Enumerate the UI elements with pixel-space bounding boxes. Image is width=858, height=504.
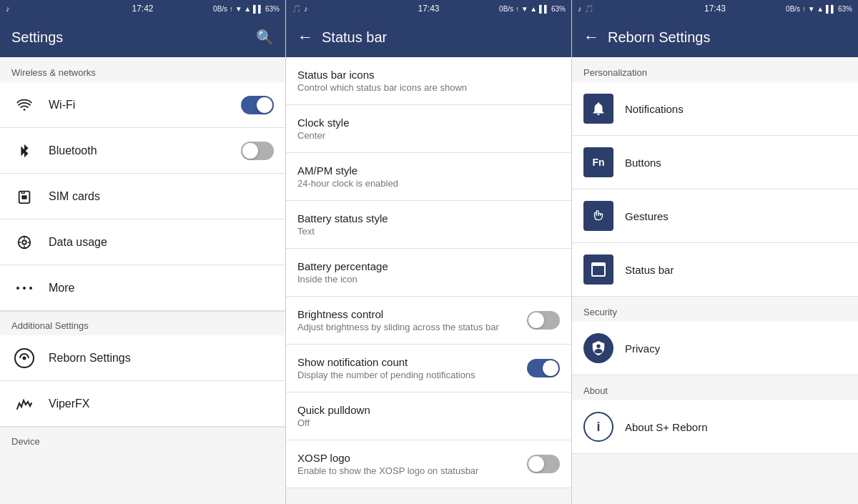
additional-section-label: Additional Settings: [0, 311, 285, 335]
settings-item-xosplogo[interactable]: XOSP logo Enable to show the XOSP logo o…: [286, 440, 571, 488]
reborn-item-privacy[interactable]: Privacy: [572, 322, 858, 375]
status-bar-right: ♪ 🎵 17:43 0B/s ↑ ▼ ▲ ▌▌ 63%: [572, 0, 858, 17]
statusbar-header: ← Status bar: [286, 17, 571, 57]
settings-item-notificationcount[interactable]: Show notification count Display the numb…: [286, 345, 571, 392]
notificationcount-content: Show notification count Display the numb…: [297, 356, 527, 380]
more-icon: [11, 285, 37, 291]
reborn-content: Reborn Settings: [49, 352, 274, 365]
settings-panel: ♪ 17:42 0B/s ↑ ▼ ▲ ▌▌ 63% Settings 🔍 Wir…: [0, 0, 286, 504]
settings-item-brightnesscontrol[interactable]: Brightness control Adjust brightness by …: [286, 297, 571, 345]
more-content: More: [49, 282, 274, 295]
status-bar-left-icons: ♪: [6, 4, 10, 13]
bluetooth-toggle[interactable]: [241, 142, 274, 160]
search-icon[interactable]: 🔍: [256, 29, 274, 46]
statusbar-rect-icon: [583, 255, 613, 285]
xosplogo-title: XOSP logo: [297, 452, 527, 464]
statusbaricons-subtitle: Control which status bar icons are shown: [297, 82, 560, 93]
list-item-datausage[interactable]: Data usage: [0, 219, 285, 265]
list-item-more[interactable]: More: [0, 265, 285, 311]
back-icon-middle[interactable]: ←: [297, 28, 313, 46]
list-item-reborn[interactable]: Reborn Settings: [0, 335, 285, 381]
bluetooth-title: Bluetooth: [49, 144, 232, 157]
gestures-title: Gestures: [625, 210, 669, 222]
reborn-item-gestures[interactable]: Gestures: [572, 189, 858, 243]
reborn-item-buttons[interactable]: Fn Buttons: [572, 136, 858, 189]
reborn-content: Personalization Notifications Fn Buttons…: [572, 57, 858, 504]
notifications-title: Notifications: [625, 103, 684, 115]
wifi-toggle-switch[interactable]: [241, 96, 274, 114]
statusbaricons-content: Status bar icons Control which status ba…: [297, 69, 560, 93]
brightnesscontrol-toggle[interactable]: [527, 311, 560, 330]
personalization-label: Personalization: [572, 57, 858, 82]
bluetooth-icon: [11, 143, 37, 159]
status-bar-left-icons-right: ♪ 🎵: [578, 4, 594, 14]
svg-point-5: [23, 287, 26, 290]
music-icon-middle: 🎵 ♪: [292, 4, 308, 14]
privacy-icon: [583, 333, 613, 363]
about-title: About S+ Reborn: [625, 421, 708, 433]
settings-item-batterystatusstyle[interactable]: Battery status style Text: [286, 201, 571, 249]
settings-item-ampmstyle[interactable]: AM/PM style 24-hour clock is enabled: [286, 153, 571, 201]
wifi-content: Wi-Fi: [49, 99, 232, 112]
status-bar-right-icons-left: 0B/s ↑ ▼ ▲ ▌▌ 63%: [213, 5, 280, 13]
settings-header: Settings 🔍: [0, 17, 285, 57]
status-bar-middle: 🎵 ♪ 17:43 0B/s ↑ ▼ ▲ ▌▌ 63%: [286, 0, 571, 17]
batterystatusstyle-title: Battery status style: [297, 212, 560, 224]
clockstyle-title: Clock style: [297, 117, 560, 129]
xosplogo-toggle-thumb: [528, 456, 544, 472]
viperfx-title: ViperFX: [49, 397, 274, 410]
music-icon: ♪: [6, 4, 10, 13]
reborn-item-statusbar[interactable]: Status bar: [572, 243, 858, 297]
svg-rect-1: [21, 195, 26, 199]
wifi-title: Wi-Fi: [49, 99, 232, 112]
quickpulldown-subtitle: Off: [297, 417, 560, 428]
batterystatusstyle-subtitle: Text: [297, 226, 560, 237]
notificationcount-title: Show notification count: [297, 356, 527, 368]
brightnesscontrol-subtitle: Adjust brightness by sliding across the …: [297, 322, 527, 332]
statusbar-nav-title: Status bar: [625, 264, 674, 276]
signal-icons-middle: 0B/s ↑ ▼ ▲ ▌▌ 63%: [499, 5, 566, 13]
list-item-wifi[interactable]: Wi-Fi: [0, 82, 285, 128]
wifi-icon: [11, 99, 37, 112]
ampmstyle-title: AM/PM style: [297, 164, 560, 177]
reborn-item-about[interactable]: i About S+ Reborn: [572, 400, 858, 454]
clockstyle-content: Clock style Center: [297, 117, 560, 141]
privacy-title: Privacy: [625, 342, 660, 355]
quickpulldown-title: Quick pulldown: [297, 404, 560, 416]
security-label: Security: [572, 297, 858, 322]
datausage-content: Data usage: [49, 236, 274, 249]
gesture-icon: [583, 201, 613, 231]
bluetooth-content: Bluetooth: [49, 144, 232, 157]
back-icon-right[interactable]: ←: [583, 28, 599, 46]
list-item-viperfx[interactable]: ViperFX: [0, 381, 285, 427]
batterypercentage-title: Battery percentage: [297, 260, 560, 272]
music-icon-right: ♪ 🎵: [578, 4, 594, 14]
batterypercentage-subtitle: Inside the icon: [297, 274, 560, 285]
brightnesscontrol-toggle-thumb: [528, 312, 544, 328]
svg-point-8: [23, 356, 26, 360]
reborn-item-notifications[interactable]: Notifications: [572, 82, 858, 136]
bluetooth-toggle-switch[interactable]: [241, 142, 274, 160]
notificationcount-subtitle: Display the number of pending notificati…: [297, 370, 527, 380]
xosplogo-subtitle: Enable to show the XOSP logo on statusba…: [297, 465, 527, 476]
wifi-toggle[interactable]: [241, 96, 274, 114]
statusbar-content: Status bar icons Control which status ba…: [286, 57, 571, 504]
status-bar-time-left: 17:42: [132, 4, 153, 14]
settings-item-quickpulldown[interactable]: Quick pulldown Off: [286, 392, 571, 440]
reborn-icon: [11, 348, 37, 368]
list-item-simcards[interactable]: SIM cards: [0, 174, 285, 219]
info-icon: i: [583, 412, 613, 442]
bluetooth-toggle-thumb: [242, 143, 258, 159]
notificationcount-toggle[interactable]: [527, 359, 560, 377]
settings-item-statusbaricons[interactable]: Status bar icons Control which status ba…: [286, 57, 571, 105]
batterystatusstyle-content: Battery status style Text: [297, 212, 560, 237]
settings-item-clockstyle[interactable]: Clock style Center: [286, 105, 571, 153]
svg-point-4: [16, 287, 19, 290]
list-item-bluetooth[interactable]: Bluetooth: [0, 128, 285, 174]
xosplogo-toggle[interactable]: [527, 455, 560, 473]
quickpulldown-content: Quick pulldown Off: [297, 404, 560, 428]
more-title: More: [49, 282, 274, 295]
settings-item-batterypercentage[interactable]: Battery percentage Inside the icon: [286, 249, 571, 297]
statusbar-title: Status bar: [322, 29, 387, 46]
signal-icons-right: 0B/s ↑ ▼ ▲ ▌▌ 63%: [786, 5, 852, 13]
